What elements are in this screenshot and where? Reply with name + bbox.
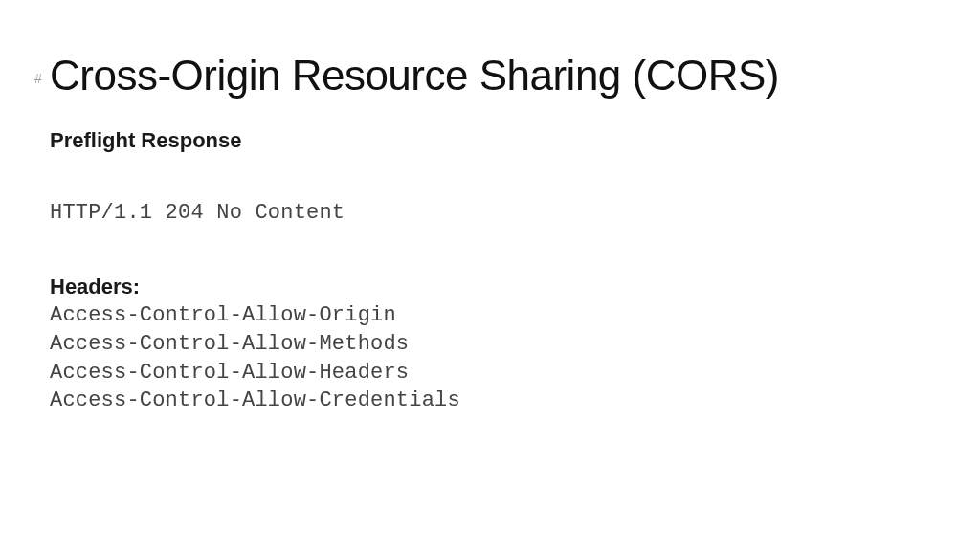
headers-list: Access-Control-Allow-Origin Access-Contr… — [50, 301, 930, 415]
header-item: Access-Control-Allow-Origin — [50, 301, 930, 330]
header-item: Access-Control-Allow-Headers — [50, 359, 930, 387]
header-item: Access-Control-Allow-Methods — [50, 330, 930, 359]
page-title: Cross-Origin Resource Sharing (CORS) — [50, 54, 930, 98]
heading-marker: # — [34, 71, 42, 86]
http-status-line: HTTP/1.1 204 No Content — [50, 201, 930, 225]
headers-label: Headers: — [50, 275, 930, 299]
section-subtitle: Preflight Response — [50, 128, 930, 153]
header-item: Access-Control-Allow-Credentials — [50, 386, 930, 415]
slide: # Cross-Origin Resource Sharing (CORS) P… — [0, 0, 980, 551]
